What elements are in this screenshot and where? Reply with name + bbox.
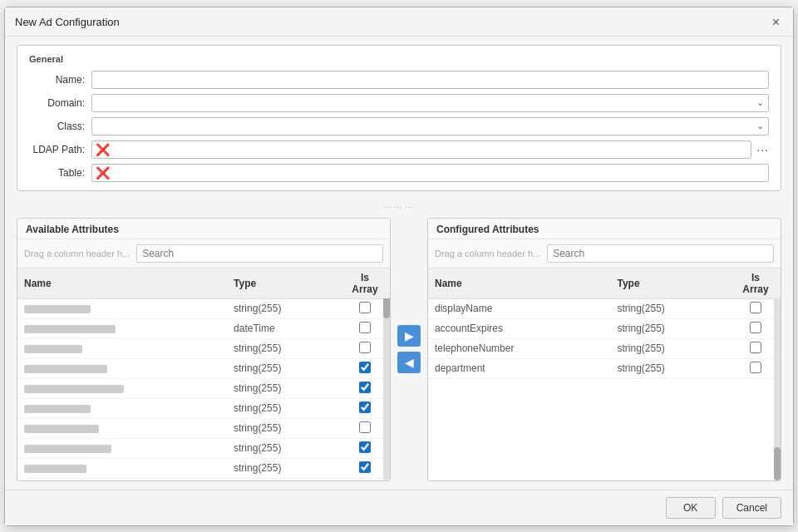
configured-table-row: departmentstring(255) <box>428 358 781 378</box>
available-isarray-checkbox[interactable] <box>359 362 371 373</box>
available-isarray-checkbox[interactable] <box>359 322 371 333</box>
configured-table-row: telephoneNumberstring(255) <box>428 338 781 358</box>
available-row-name <box>17 458 227 478</box>
available-row-name <box>17 298 227 318</box>
domain-row: Domain: ⌄ <box>29 94 769 112</box>
configured-scrollbar[interactable] <box>774 268 781 480</box>
available-row-type: string(255) <box>227 338 340 358</box>
available-table-row: string(255) <box>17 418 390 438</box>
available-isarray-checkbox[interactable] <box>359 401 371 413</box>
configured-attributes-table: Name Type Is Array displayNamestring(255… <box>428 268 781 379</box>
configured-isarray-checkbox[interactable] <box>750 342 761 353</box>
available-row-isarray[interactable] <box>340 358 390 378</box>
available-row-name <box>17 398 227 418</box>
transfer-arrows: ▶ ◀ <box>391 218 427 481</box>
available-row-isarray[interactable] <box>340 398 390 418</box>
general-section: General Name: Domain: ⌄ Class: <box>17 45 781 191</box>
available-scrollbar[interactable] <box>383 268 390 480</box>
available-isarray-checkbox[interactable] <box>359 421 371 433</box>
available-isarray-checkbox[interactable] <box>359 382 371 393</box>
available-isarray-checkbox[interactable] <box>359 461 371 473</box>
configured-col-isarray: Is Array <box>731 268 781 299</box>
configured-row-name: telephoneNumber <box>428 338 610 358</box>
configured-row-isarray[interactable] <box>731 338 781 358</box>
table-input-wrap: ❌ <box>91 164 769 182</box>
available-table-row: string(255) <box>17 338 390 358</box>
name-input[interactable] <box>91 71 769 89</box>
panels-row: Available Attributes Drag a column heade… <box>17 218 781 481</box>
available-row-type: string(255) <box>227 298 340 318</box>
configured-row-name: displayName <box>428 298 610 318</box>
ldap-row: LDAP Path: ❌ ··· <box>29 140 769 159</box>
configured-row-name: accountExpires <box>428 318 610 338</box>
cancel-button[interactable]: Cancel <box>722 497 781 519</box>
available-table-row: string(255) <box>17 358 390 378</box>
available-table-row: string(255) <box>17 298 390 318</box>
ldap-label: LDAP Path: <box>29 144 91 155</box>
available-row-name <box>17 438 227 458</box>
available-search-input[interactable] <box>136 244 383 263</box>
dialog-body: General Name: Domain: ⌄ Class: <box>5 37 793 490</box>
ok-button[interactable]: OK <box>666 497 716 519</box>
general-section-label: General <box>29 54 769 64</box>
configured-row-name: department <box>428 358 610 378</box>
domain-select[interactable] <box>91 94 769 112</box>
available-row-type: string(255) <box>227 358 340 378</box>
available-isarray-checkbox[interactable] <box>359 441 371 453</box>
resize-handle[interactable]: ……… <box>17 198 781 211</box>
available-panel-title: Available Attributes <box>17 219 390 239</box>
configured-panel-title: Configured Attributes <box>428 219 781 239</box>
available-row-isarray[interactable] <box>340 378 390 398</box>
configured-row-type: string(255) <box>610 298 731 318</box>
available-row-isarray[interactable] <box>340 298 390 318</box>
available-panel-header: Drag a column header h... <box>17 239 390 268</box>
class-select-wrapper: ⌄ <box>91 117 769 135</box>
domain-select-wrapper: ⌄ <box>91 94 769 112</box>
available-row-type: string(255) <box>227 418 340 438</box>
class-row: Class: ⌄ <box>29 117 769 135</box>
configured-isarray-checkbox[interactable] <box>750 362 761 373</box>
move-right-button[interactable]: ▶ <box>397 325 421 347</box>
configured-col-name: Name <box>428 268 610 299</box>
name-label: Name: <box>29 74 91 86</box>
configured-search-input[interactable] <box>547 244 774 263</box>
configured-isarray-checkbox[interactable] <box>750 322 761 333</box>
configured-table-container: Name Type Is Array displayNamestring(255… <box>428 268 781 480</box>
available-row-isarray[interactable] <box>340 458 390 478</box>
available-row-isarray[interactable] <box>340 338 390 358</box>
ldap-more-button[interactable]: ··· <box>756 143 769 156</box>
configured-isarray-checkbox[interactable] <box>750 302 761 313</box>
dialog: New Ad Configuration × General Name: Dom… <box>4 7 794 526</box>
move-left-button[interactable]: ◀ <box>397 352 421 373</box>
available-row-isarray[interactable] <box>340 418 390 438</box>
configured-scrollbar-thumb[interactable] <box>774 447 781 480</box>
configured-row-isarray[interactable] <box>731 298 781 318</box>
available-row-type: string(255) <box>227 458 340 478</box>
ldap-input-wrap: ❌ <box>91 140 751 159</box>
ldap-error-icon: ❌ <box>96 143 110 156</box>
class-label: Class: <box>29 121 91 132</box>
available-table-row: string(255) <box>17 438 390 458</box>
configured-row-isarray[interactable] <box>731 358 781 378</box>
available-isarray-checkbox[interactable] <box>359 302 371 313</box>
available-row-isarray[interactable] <box>340 438 390 458</box>
available-isarray-checkbox[interactable] <box>359 342 371 353</box>
configured-attributes-panel: Configured Attributes Drag a column head… <box>427 218 781 481</box>
close-button[interactable]: × <box>769 14 783 31</box>
configured-row-type: string(255) <box>610 338 731 358</box>
dialog-title: New Ad Configuration <box>15 16 120 28</box>
available-table-row: string(255) <box>17 458 390 478</box>
available-table-row: dateTime <box>17 318 390 338</box>
available-row-type: dateTime <box>227 318 340 338</box>
table-row-form: Table: ❌ <box>29 164 769 182</box>
configured-row-isarray[interactable] <box>731 318 781 338</box>
title-bar: New Ad Configuration × <box>5 7 793 37</box>
configured-drag-hint: Drag a column header h... <box>435 249 540 259</box>
configured-col-type: Type <box>610 268 731 299</box>
available-row-isarray[interactable] <box>340 318 390 338</box>
available-row-type: string(255) <box>227 378 340 398</box>
table-error-icon: ❌ <box>96 166 110 180</box>
available-row-name <box>17 338 227 358</box>
class-select[interactable] <box>91 117 769 135</box>
available-table-row: string(255) <box>17 398 390 418</box>
